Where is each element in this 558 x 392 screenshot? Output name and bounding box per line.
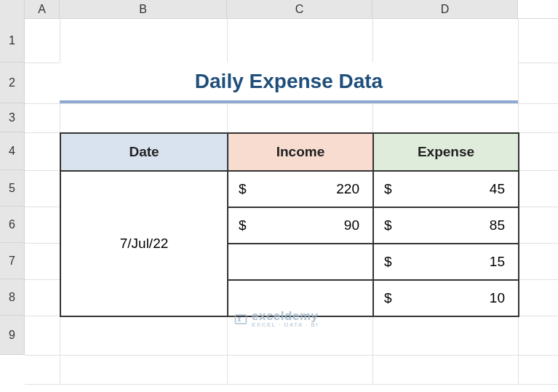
expense-cell[interactable]: $15 (373, 244, 519, 280)
row-header-3[interactable]: 3 (0, 103, 25, 132)
expense-table: DateIncomeExpense7/Jul/22$220$45$90$85$1… (60, 132, 519, 317)
date-cell[interactable]: 7/Jul/22 (60, 171, 228, 316)
income-cell[interactable]: $90 (228, 207, 373, 244)
column-header-a[interactable]: A (25, 0, 60, 18)
watermark-sub: EXCEL · DATA · BI (252, 322, 319, 328)
income-cell[interactable] (228, 244, 373, 280)
row-header-9[interactable]: 9 (0, 316, 25, 355)
expense-cell[interactable]: $85 (373, 207, 519, 244)
logo-icon (234, 313, 247, 326)
row-header-6[interactable]: 6 (0, 207, 25, 243)
page-title: Daily Expense Data (60, 63, 518, 103)
header-income[interactable]: Income (228, 133, 373, 171)
row-header-1[interactable]: 1 (0, 19, 25, 63)
column-header-c[interactable]: C (227, 0, 372, 18)
row-header-7[interactable]: 7 (0, 243, 25, 279)
expense-cell[interactable]: $10 (373, 280, 519, 316)
row-header-4[interactable]: 4 (0, 132, 25, 170)
column-header-b[interactable]: B (60, 0, 227, 18)
column-header-row: ABCD (0, 0, 558, 19)
row-header-5[interactable]: 5 (0, 170, 25, 207)
column-header-d[interactable]: D (372, 0, 518, 18)
row-header-column: 123456789 (0, 19, 25, 355)
spreadsheet: ABCD 123456789 Daily Expense DataDateInc… (0, 0, 558, 392)
row-header-8[interactable]: 8 (0, 279, 25, 316)
expense-cell[interactable]: $45 (373, 171, 519, 207)
watermark-main: exceldemy (252, 310, 319, 322)
select-all-corner[interactable] (0, 0, 25, 19)
table-row: 7/Jul/22$220$45 (60, 171, 519, 207)
header-expense[interactable]: Expense (373, 133, 519, 171)
cell-grid[interactable]: Daily Expense DataDateIncomeExpense7/Jul… (25, 19, 558, 384)
watermark: exceldemy EXCEL · DATA · BI (234, 310, 319, 328)
row-header-2[interactable]: 2 (0, 63, 25, 103)
income-cell[interactable]: $220 (228, 171, 373, 207)
svg-rect-0 (236, 315, 247, 324)
header-date[interactable]: Date (60, 133, 228, 171)
